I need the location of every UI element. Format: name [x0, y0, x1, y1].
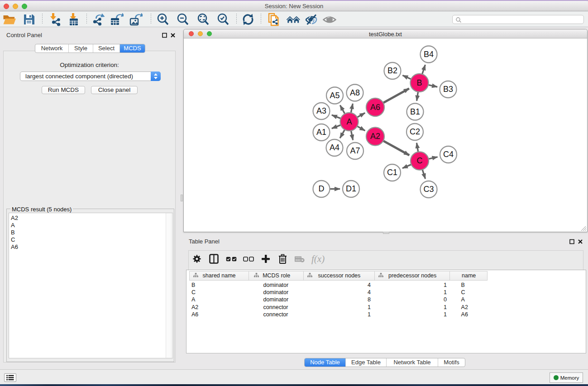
- svg-text:A6: A6: [370, 103, 380, 112]
- svg-text:D: D: [319, 184, 325, 193]
- svg-text:A8: A8: [350, 88, 360, 97]
- svg-text:A5: A5: [330, 91, 339, 100]
- svg-text:C1: C1: [387, 168, 397, 177]
- svg-text:C: C: [417, 156, 423, 165]
- svg-text:A3: A3: [316, 106, 326, 115]
- svg-text:C2: C2: [410, 127, 420, 136]
- svg-text:B1: B1: [410, 107, 420, 116]
- svg-text:B: B: [416, 78, 422, 87]
- svg-text:C3: C3: [423, 185, 434, 194]
- svg-text:C4: C4: [443, 150, 454, 159]
- svg-text:A7: A7: [350, 146, 360, 155]
- svg-text:A2: A2: [370, 132, 380, 141]
- svg-text:A4: A4: [330, 143, 339, 152]
- svg-text:A: A: [346, 117, 352, 126]
- svg-text:B2: B2: [387, 66, 397, 75]
- svg-text:D1: D1: [346, 184, 356, 193]
- svg-text:B4: B4: [424, 50, 434, 59]
- svg-text:A1: A1: [316, 128, 326, 137]
- svg-text:B3: B3: [443, 85, 453, 94]
